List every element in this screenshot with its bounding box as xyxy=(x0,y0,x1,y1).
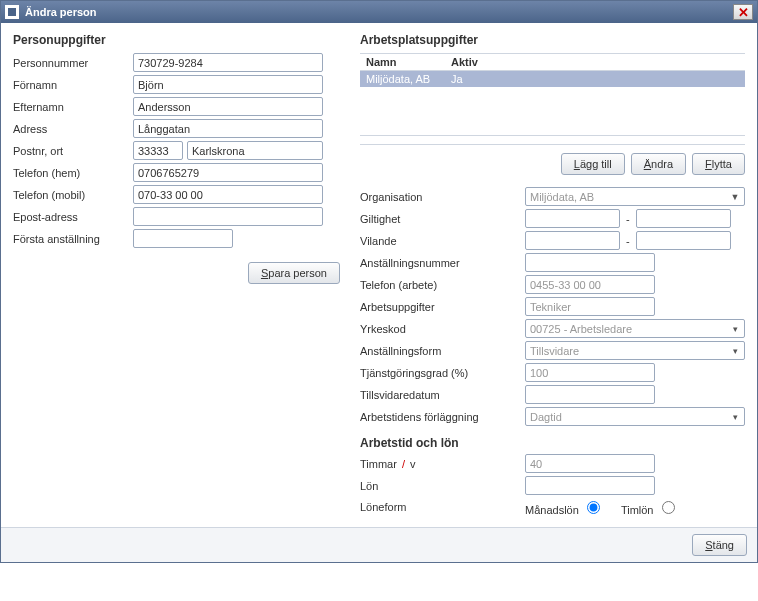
tillsvidaredatum-input[interactable] xyxy=(525,385,655,404)
window-title: Ändra person xyxy=(25,6,97,18)
grid-cell-namn: Miljödata, AB xyxy=(360,71,445,87)
close-icon[interactable]: ✕ xyxy=(733,4,753,20)
telefon-mobil-input[interactable] xyxy=(133,185,323,204)
grid-cell-aktiv: Ja xyxy=(445,71,745,87)
telefon-hem-label: Telefon (hem) xyxy=(13,167,133,179)
adress-label: Adress xyxy=(13,123,133,135)
chevron-down-icon: ▾ xyxy=(728,410,742,424)
grid-col-namn: Namn xyxy=(360,54,445,70)
grid-header: Namn Aktiv xyxy=(360,54,745,71)
divider xyxy=(360,144,745,145)
lon-label: Lön xyxy=(360,480,525,492)
anstallningsnummer-input[interactable] xyxy=(525,253,655,272)
anstallningsform-label: Anställningsform xyxy=(360,345,525,357)
vilande-label: Vilande xyxy=(360,235,525,247)
stang-button[interactable]: Stäng xyxy=(692,534,747,556)
loneform-label: Löneform xyxy=(360,501,525,513)
arbetstid-lon-header: Arbetstid och lön xyxy=(360,436,745,450)
workplace-grid[interactable]: Namn Aktiv Miljödata, AB Ja xyxy=(360,53,745,136)
telefon-arbete-input[interactable] xyxy=(525,275,655,294)
telefon-hem-input[interactable] xyxy=(133,163,323,182)
grid-col-aktiv: Aktiv xyxy=(445,54,745,70)
telefon-mobil-label: Telefon (mobil) xyxy=(13,189,133,201)
spara-person-button[interactable]: Spara person xyxy=(248,262,340,284)
footer: Stäng xyxy=(1,527,757,562)
giltighet-label: Giltighet xyxy=(360,213,525,225)
organisation-label: Organisation xyxy=(360,191,525,203)
manadslon-radio[interactable] xyxy=(587,501,600,514)
fornamn-input[interactable] xyxy=(133,75,323,94)
right-column: Arbetsplatsuppgifter Namn Aktiv Miljödat… xyxy=(360,33,745,519)
window: Ändra person ✕ Personuppgifter Personnum… xyxy=(0,0,758,563)
giltighet-from-input[interactable] xyxy=(525,209,620,228)
tjanstgoringsgrad-input[interactable] xyxy=(525,363,655,382)
chevron-down-icon: ▼ xyxy=(728,190,742,204)
postnr-label: Postnr, ort xyxy=(13,145,133,157)
telefon-arbete-label: Telefon (arbete) xyxy=(360,279,525,291)
flytta-button[interactable]: Flytta xyxy=(692,153,745,175)
andra-button[interactable]: Ändra xyxy=(631,153,686,175)
anstallningsform-combo[interactable]: Tillsvidare ▾ xyxy=(525,341,745,360)
arbetstidens-forlaggning-combo[interactable]: Dagtid ▾ xyxy=(525,407,745,426)
organisation-combo[interactable]: Miljödata, AB ▼ xyxy=(525,187,745,206)
personnummer-label: Personnummer xyxy=(13,57,133,69)
giltighet-to-input[interactable] xyxy=(636,209,731,228)
lon-input[interactable] xyxy=(525,476,655,495)
ort-input[interactable] xyxy=(187,141,323,160)
vilande-from-input[interactable] xyxy=(525,231,620,250)
fornamn-label: Förnamn xyxy=(13,79,133,91)
arbetsplatsuppgifter-header: Arbetsplatsuppgifter xyxy=(360,33,745,47)
personuppgifter-header: Personuppgifter xyxy=(13,33,340,47)
forsta-anstallning-label: Första anställning xyxy=(13,233,133,245)
titlebar: Ändra person ✕ xyxy=(1,1,757,23)
lagg-till-button[interactable]: Lägg till xyxy=(561,153,625,175)
arbetsuppgifter-input[interactable] xyxy=(525,297,655,316)
efternamn-label: Efternamn xyxy=(13,101,133,113)
left-column: Personuppgifter Personnummer Förnamn Eft… xyxy=(13,33,340,519)
window-icon xyxy=(5,5,19,19)
timmar-label: Timmar / v xyxy=(360,458,525,470)
timlon-radio[interactable] xyxy=(662,501,675,514)
timlon-label: Timlön xyxy=(621,504,654,516)
anstallningsnummer-label: Anställningsnummer xyxy=(360,257,525,269)
manadslon-label: Månadslön xyxy=(525,504,579,516)
arbetsuppgifter-label: Arbetsuppgifter xyxy=(360,301,525,313)
arbetstidens-forlaggning-label: Arbetstidens förläggning xyxy=(360,411,525,423)
postnr-input[interactable] xyxy=(133,141,183,160)
epost-label: Epost-adress xyxy=(13,211,133,223)
epost-input[interactable] xyxy=(133,207,323,226)
dash-separator: - xyxy=(626,235,630,247)
yrkeskod-label: Yrkeskod xyxy=(360,323,525,335)
timmar-input[interactable] xyxy=(525,454,655,473)
content: Personuppgifter Personnummer Förnamn Eft… xyxy=(1,23,757,527)
personnummer-input[interactable] xyxy=(133,53,323,72)
yrkeskod-combo[interactable]: 00725 - Arbetsledare ▾ xyxy=(525,319,745,338)
adress-input[interactable] xyxy=(133,119,323,138)
grid-row[interactable]: Miljödata, AB Ja xyxy=(360,71,745,87)
tjanstgoringsgrad-label: Tjänstgöringsgrad (%) xyxy=(360,367,525,379)
forsta-anstallning-input[interactable] xyxy=(133,229,233,248)
tillsvidaredatum-label: Tillsvidaredatum xyxy=(360,389,525,401)
dash-separator: - xyxy=(626,213,630,225)
vilande-to-input[interactable] xyxy=(636,231,731,250)
chevron-down-icon: ▾ xyxy=(728,322,742,336)
grid-body: Miljödata, AB Ja xyxy=(360,71,745,135)
efternamn-input[interactable] xyxy=(133,97,323,116)
chevron-down-icon: ▾ xyxy=(728,344,742,358)
